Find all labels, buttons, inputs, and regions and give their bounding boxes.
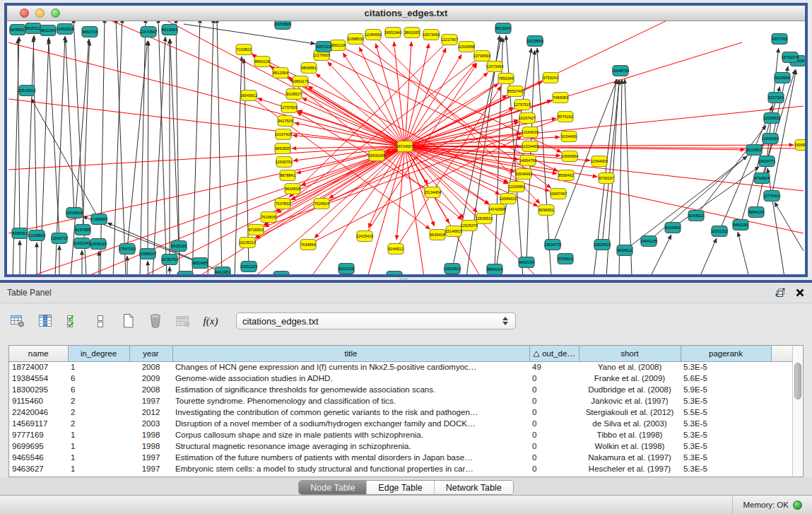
svg-text:16648784: 16648784 — [612, 69, 629, 73]
svg-text:10235214: 10235214 — [239, 240, 256, 245]
svg-text:9505135: 9505135 — [171, 244, 186, 248]
svg-text:16951940: 16951940 — [384, 30, 401, 35]
svg-text:10051222: 10051222 — [711, 229, 728, 233]
svg-text:12156819: 12156819 — [28, 233, 45, 238]
svg-text:12930761: 12930761 — [276, 160, 293, 164]
toggle-columns-icon[interactable] — [91, 312, 110, 330]
float-window-icon[interactable] — [774, 287, 787, 298]
svg-text:15134454: 15134454 — [424, 190, 441, 194]
column-header-year[interactable]: year — [129, 346, 172, 361]
svg-text:15958531: 15958531 — [794, 143, 805, 147]
svg-text:9952485: 9952485 — [192, 261, 207, 265]
svg-text:11068532: 11068532 — [347, 37, 364, 41]
svg-text:9106527: 9106527 — [286, 92, 301, 96]
network-window: citations_edges.txt 18724007980688110861… — [4, 3, 808, 277]
svg-text:12444154: 12444154 — [762, 136, 779, 141]
svg-text:7483083: 7483083 — [553, 95, 567, 100]
svg-text:15751074: 15751074 — [782, 55, 799, 59]
status-bar: Memory: OK — [0, 495, 812, 514]
column-header-short[interactable]: short — [579, 346, 681, 361]
function-builder-icon[interactable]: f(x) — [201, 312, 220, 330]
delete-table-disabled-icon — [174, 312, 192, 330]
table-row[interactable]: 969969511998Structural magnetic resonanc… — [9, 440, 794, 452]
network-canvas[interactable]: 1872400798068811086117091065271275750594… — [7, 21, 805, 274]
table-row[interactable]: 2242004622012Investigating the contribut… — [9, 407, 794, 418]
table-row[interactable]: 1872400712008Changes of HCN gene express… — [9, 361, 794, 373]
zoom-window-button[interactable] — [51, 8, 60, 18]
svg-text:7624505: 7624505 — [261, 215, 276, 219]
svg-text:11514469: 11514469 — [522, 144, 539, 148]
minimize-window-button[interactable] — [35, 8, 45, 18]
table-row[interactable]: 1456911722003Disruption of a novel membe… — [9, 418, 794, 429]
svg-text:10924515: 10924515 — [594, 243, 611, 247]
show-columns-icon[interactable] — [36, 312, 54, 330]
svg-text:13942737: 13942737 — [51, 236, 68, 240]
column-header-in_degree[interactable]: in_degree — [68, 346, 129, 361]
svg-text:9726503: 9726503 — [248, 228, 263, 232]
window-controls — [20, 8, 60, 18]
svg-text:10973493: 10973493 — [423, 33, 440, 37]
delete-column-icon[interactable] — [146, 312, 165, 330]
table-type-tabs: Node TableEdge TableNetwork Table — [298, 480, 513, 495]
table-row[interactable]: 946554611997Estimation of the future num… — [9, 452, 794, 463]
table-row[interactable]: 911546021997Tourette syndrome. Phenomeno… — [9, 395, 794, 407]
dropdown-stepper-icon — [501, 317, 510, 325]
svg-text:12284554: 12284554 — [365, 33, 382, 37]
svg-text:16053809: 16053809 — [274, 22, 291, 26]
svg-text:12952524: 12952524 — [57, 27, 73, 31]
table-row[interactable]: 1830029562008Estimation of significance … — [9, 384, 794, 395]
column-header-pagerank[interactable]: pagerank — [681, 346, 771, 361]
svg-text:8813054: 8813054 — [495, 26, 510, 30]
create-new-column-icon[interactable] — [119, 312, 137, 330]
table-options-icon[interactable] — [8, 312, 27, 330]
svg-text:7634894: 7634894 — [300, 243, 315, 247]
svg-text:9357224: 9357224 — [316, 45, 331, 49]
select-all-columns-icon[interactable] — [64, 312, 82, 330]
svg-text:14954799: 14954799 — [519, 158, 536, 163]
svg-text:16549492: 16549492 — [515, 172, 532, 176]
memory-ok-indicator-icon[interactable] — [793, 501, 802, 510]
svg-text:12757515: 12757515 — [514, 103, 531, 107]
svg-text:8894120: 8894120 — [748, 210, 763, 214]
svg-text:16543912: 16543912 — [240, 93, 257, 98]
scrollbar-thumb[interactable] — [794, 363, 801, 399]
svg-text:17359926: 17359926 — [90, 217, 107, 221]
table-row[interactable]: 946362711997Embryonic stem cells: a mode… — [9, 463, 794, 474]
tab-node-table[interactable]: Node Table — [299, 481, 366, 494]
svg-text:8912954: 8912954 — [273, 71, 288, 75]
svg-text:10634775: 10634775 — [544, 243, 561, 247]
table-selector-dropdown[interactable]: citations_edges.txt — [236, 313, 516, 329]
close-window-button[interactable] — [20, 8, 29, 18]
svg-text:19218506: 19218506 — [526, 39, 543, 43]
attribute-table: namein_degreeyeartitleout_de…shortpagera… — [8, 345, 804, 477]
tab-edge-table[interactable]: Edge Table — [366, 481, 433, 494]
close-panel-icon[interactable] — [795, 288, 805, 298]
svg-text:9862835: 9862835 — [275, 146, 290, 151]
column-header-title[interactable]: title — [172, 346, 529, 361]
svg-text:10167428: 10167428 — [275, 132, 292, 136]
column-header-name[interactable]: name — [9, 346, 68, 361]
svg-text:12164035: 12164035 — [522, 130, 539, 134]
column-header-out_de[interactable]: out_de… — [529, 346, 579, 361]
network-window-titlebar[interactable]: citations_edges.txt — [7, 6, 805, 21]
svg-text:8894124: 8894124 — [487, 267, 502, 271]
svg-text:9462190: 9462190 — [733, 223, 748, 227]
svg-text:10051224: 10051224 — [240, 264, 257, 269]
svg-text:15146815: 15146815 — [445, 229, 462, 233]
svg-text:10584031: 10584031 — [500, 197, 517, 201]
tab-network-table[interactable]: Network Table — [434, 481, 513, 494]
svg-text:9794924: 9794924 — [754, 176, 769, 180]
table-row[interactable]: 1938455462009Genome-wide association stu… — [9, 373, 794, 384]
svg-text:10167427: 10167427 — [519, 116, 536, 120]
svg-text:10924512: 10924512 — [444, 267, 461, 271]
svg-text:12470547: 12470547 — [140, 30, 157, 34]
svg-text:17957253: 17957253 — [119, 247, 136, 251]
svg-text:9635428: 9635428 — [430, 233, 445, 237]
svg-text:12276605: 12276605 — [313, 53, 330, 57]
svg-text:8878841: 8878841 — [280, 173, 295, 177]
table-row[interactable]: 977716911998Corpus callosum shape and si… — [9, 429, 794, 440]
svg-text:10954954: 10954954 — [561, 154, 578, 158]
svg-text:9143922: 9143922 — [688, 214, 703, 218]
table-scrollbar[interactable] — [792, 346, 803, 477]
svg-text:7937833: 7937833 — [275, 201, 290, 206]
